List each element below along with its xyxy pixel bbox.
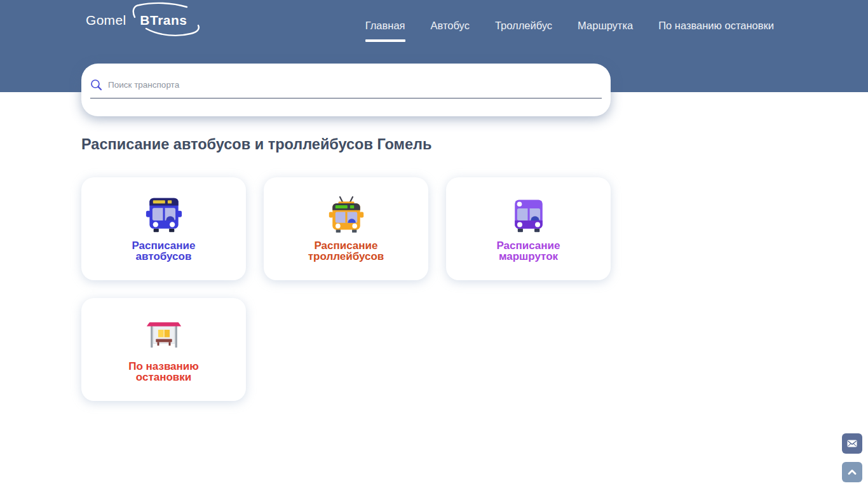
card-label: Расписание маршруток [471,240,586,262]
card-minibus-schedule[interactable]: Расписание маршруток [446,177,611,280]
card-label: Расписание троллейбусов [289,240,403,262]
chevron-up-icon [846,466,858,478]
card-label: Расписание автобусов [107,240,221,262]
search-icon [90,79,102,91]
logo-prefix: Gomel [86,13,126,28]
minibus-icon [510,196,547,233]
bus-stop-icon [146,317,182,354]
nav-item-bus[interactable]: Автобус [431,20,470,42]
scroll-to-top-button[interactable] [842,462,862,482]
card-label: По названию остановки [107,361,221,383]
nav-item-trolleybus[interactable]: Троллейбус [495,20,552,42]
nav-item-by-stop[interactable]: По названию остановки [658,20,774,42]
main-content: Расписание автобусов и троллейбусов Гоме… [0,136,868,401]
cards-grid: Расписание автобусов [81,177,611,401]
logo[interactable]: Gomel BTrans [86,10,191,30]
logo-swoosh-bottom-icon [145,24,206,41]
main-nav: Главная Автобус Троллейбус Маршрутка По … [365,20,774,42]
card-trolleybus-schedule[interactable]: Расписание троллейбусов [264,177,428,280]
email-button[interactable] [842,433,862,454]
logo-swoosh-top-icon [130,2,191,18]
envelope-icon [846,437,858,450]
nav-item-home[interactable]: Главная [365,20,405,42]
search-input[interactable] [108,80,602,90]
card-by-stop-name[interactable]: По названию остановки [81,298,246,401]
nav-item-marshrutka[interactable]: Маршрутка [578,20,633,42]
bus-icon [146,196,182,233]
page-title: Расписание автобусов и троллейбусов Гоме… [81,136,868,153]
search-card [81,64,611,116]
card-bus-schedule[interactable]: Расписание автобусов [81,177,246,280]
trolleybus-icon [328,196,365,233]
